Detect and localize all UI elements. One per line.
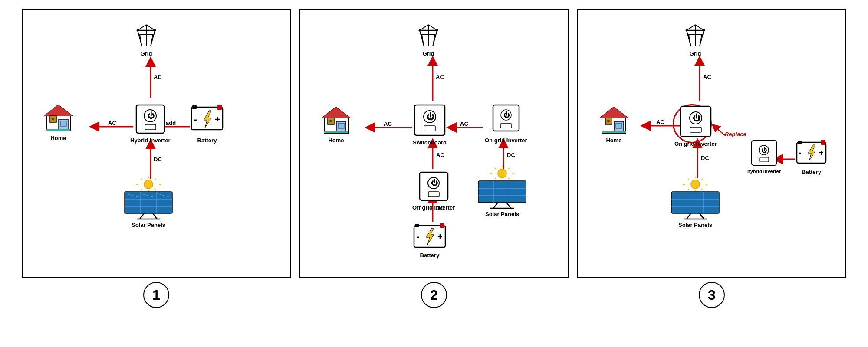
on-grid-inv-label-2: On grid Inverter [485, 137, 527, 144]
svg-rect-171 [821, 140, 825, 145]
diagram-2: Grid [299, 9, 569, 278]
svg-line-190 [700, 213, 704, 219]
ac-label-left-1: AC [108, 120, 116, 126]
svg-point-12 [152, 34, 154, 36]
svg-line-122 [506, 203, 511, 208]
svg-point-107 [498, 169, 506, 178]
grid-label-2: Grid [423, 50, 434, 57]
svg-line-64 [420, 25, 428, 30]
battery-label-1: Battery [197, 137, 217, 144]
svg-point-10 [154, 29, 156, 32]
svg-point-9 [137, 29, 139, 32]
svg-line-134 [695, 25, 704, 30]
ac-up-label-3: AC [703, 74, 711, 80]
svg-text:⏻: ⏻ [431, 179, 438, 187]
on-grid-inv-icon-2: ⏻ On grid Inverter [485, 103, 527, 144]
svg-line-45 [155, 189, 156, 190]
svg-marker-87 [322, 107, 350, 118]
svg-point-142 [701, 34, 703, 36]
svg-rect-184 [671, 192, 719, 213]
svg-line-47 [155, 179, 156, 180]
dc-solar-label-2: DC [507, 152, 515, 158]
ac-label-up-1: AC [154, 74, 162, 80]
svg-rect-50 [125, 192, 172, 213]
solar-icon-2: Solar Panels [474, 166, 530, 217]
grid-label-3: Grid [690, 50, 701, 57]
svg-text:-: - [194, 115, 197, 124]
grid-icon-1: Grid [133, 23, 159, 57]
svg-text:-: - [417, 232, 420, 241]
diagram-1: Grid [22, 9, 291, 278]
battery-icon-2: - + Battery [412, 222, 447, 259]
svg-rect-27 [46, 129, 70, 131]
ac-right-label-2: AC [460, 121, 468, 127]
svg-text:⏻: ⏻ [761, 147, 767, 154]
svg-point-73 [434, 34, 436, 36]
off-grid-inv-icon-2: ⏻ Off grid Inverter [412, 170, 455, 211]
svg-rect-92 [324, 131, 348, 133]
svg-rect-126 [440, 223, 444, 228]
number-2: 2 [421, 282, 447, 308]
svg-text:⏻: ⏻ [693, 113, 700, 122]
svg-line-180 [688, 189, 689, 190]
grid-label-1: Grid [141, 50, 152, 57]
svg-point-175 [691, 180, 700, 189]
on-grid-inv-label-3: On grid Inverter [674, 141, 717, 147]
svg-rect-159 [616, 123, 622, 128]
svg-line-179 [701, 189, 703, 190]
grid-icon-3: Grid [682, 23, 708, 57]
svg-line-113 [508, 168, 510, 169]
diagrams-row: Grid [0, 0, 868, 278]
replace-label-3: Replace [725, 131, 746, 137]
svg-line-3 [138, 25, 146, 30]
battery-icon-3: - + Battery [795, 139, 828, 175]
svg-line-189 [687, 213, 691, 219]
ac-up-label-2: AC [436, 74, 444, 80]
svg-text:⏻: ⏻ [503, 111, 510, 118]
number-1-container: 1 [22, 282, 291, 308]
svg-point-11 [139, 34, 141, 36]
hybrid-inverter-label-1: Hybrid Inverter [130, 137, 170, 144]
hybrid-inv-icon-3: ⏻ hybrid inverter [747, 139, 781, 174]
hybrid-inverter-icon-1: ⏻ Hybrid Inverter [130, 103, 170, 144]
dc-label-1: DC [154, 156, 162, 163]
number-3: 3 [699, 282, 725, 308]
svg-marker-155 [600, 107, 628, 118]
svg-point-141 [688, 34, 690, 36]
home-icon-3: Home [598, 105, 630, 144]
svg-point-157 [607, 120, 610, 122]
svg-point-139 [686, 29, 688, 32]
ac-left-label-2: AC [384, 121, 392, 127]
svg-text:+: + [437, 232, 443, 241]
svg-line-112 [495, 178, 496, 179]
dc-solar-label-3: DC [701, 155, 709, 161]
solar-label-2: Solar Panels [485, 211, 519, 217]
svg-marker-22 [44, 105, 72, 116]
svg-point-89 [329, 120, 332, 122]
battery-icon-1: - + Battery [190, 103, 224, 144]
ac-mid-label-2: AC [436, 152, 444, 158]
grid-icon-2: Grid [415, 23, 441, 57]
svg-text:⏻: ⏻ [148, 111, 155, 119]
diagram-3: Grid [577, 9, 846, 278]
home-icon-1: Home [42, 103, 75, 141]
svg-point-24 [52, 118, 54, 120]
svg-line-121 [493, 203, 498, 208]
svg-line-59 [153, 213, 157, 219]
battery-label-2: Battery [420, 252, 440, 259]
svg-point-72 [421, 34, 423, 36]
svg-rect-36 [192, 105, 197, 109]
svg-line-110 [495, 168, 496, 169]
home-label-2: Home [328, 137, 344, 144]
number-2-container: 2 [299, 282, 569, 308]
svg-point-140 [703, 29, 705, 32]
svg-line-4 [146, 25, 155, 30]
svg-line-181 [701, 179, 703, 180]
number-1: 1 [143, 282, 169, 308]
hybrid-inv-label-3: hybrid inverter [747, 169, 781, 174]
solar-label-3: Solar Panels [678, 222, 712, 228]
svg-text:+: + [215, 115, 220, 124]
svg-line-111 [508, 178, 510, 179]
svg-line-178 [688, 179, 689, 180]
svg-rect-170 [798, 141, 802, 144]
